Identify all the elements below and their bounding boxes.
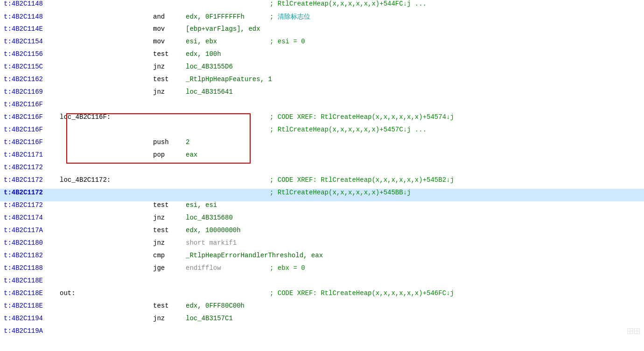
line-operand-l26: loc_4B3157C1 [186, 315, 270, 322]
line-addr-l27: t:4B2C119A [4, 327, 60, 335]
disasm-line-l26: t:4B2C1194jnzloc_4B3157C1 [0, 315, 644, 327]
lines-wrapper: t:4B2C1148; RtlCreateHeap(x,x,x,x,x,x)+5… [0, 0, 644, 340]
disasm-line-l14: t:4B2C1172 [0, 164, 644, 176]
disasm-line-l11: t:4B2C116F; RtlCreateHeap(x,x,x,x,x,x)+5… [0, 126, 644, 138]
disasm-view: t:4B2C1148; RtlCreateHeap(x,x,x,x,x,x)+5… [0, 0, 644, 351]
line-addr-l8: t:4B2C1169 [4, 88, 60, 96]
disasm-line-l24: t:4B2C118Eout:; CODE XREF: RtlCreateHeap… [0, 289, 644, 302]
line-comment-l4: ; esi = 0 [270, 38, 305, 45]
line-comment-l16: ; RtlCreateHeap(x,x,x,x,x,x)+545BB↓j [270, 189, 411, 196]
disasm-line-l13: t:4B2C1171popeax [0, 151, 644, 164]
line-mnemonic-l7: test [153, 76, 186, 83]
line-addr-l12: t:4B2C116F [4, 138, 60, 146]
line-addr-l5: t:4B2C1156 [4, 50, 60, 58]
disasm-line-l2: t:4B2C1148andedx, 0F1FFFFFFh; 清除标志位 [0, 13, 644, 25]
disasm-line-l25: t:4B2C118Etestedx, 0FFF80C00h [0, 302, 644, 315]
line-label-l15: loc_4B2C1172: [60, 176, 144, 184]
line-operand-l19: edx, 10000000h [186, 227, 270, 234]
line-mnemonic-l13: pop [153, 151, 186, 158]
line-addr-l22: t:4B2C1188 [4, 264, 60, 272]
line-operand-l12: 2 [186, 138, 270, 146]
disasm-line-l5: t:4B2C1156testedx, 100h [0, 50, 644, 63]
line-comment-l22: ; ebx = 0 [270, 264, 305, 272]
line-operand-l8: loc_4B315641 [186, 88, 270, 96]
line-label-l24: out: [60, 289, 144, 297]
line-mnemonic-l8: jnz [153, 88, 186, 96]
line-addr-l26: t:4B2C1194 [4, 315, 60, 322]
disasm-line-l9: t:4B2C116F [0, 101, 644, 113]
line-mnemonic-l20: jnz [153, 239, 186, 247]
line-addr-l23: t:4B2C118E [4, 277, 60, 284]
line-comment-l15: ; CODE XREF: RtlCreateHeap(x,x,x,x,x,x)+… [270, 176, 454, 184]
line-operand-l22: endifflow [186, 264, 270, 272]
line-mnemonic-l22: jge [153, 264, 186, 272]
line-addr-l24: t:4B2C118E [4, 289, 60, 297]
line-addr-l10: t:4B2C116F [4, 113, 60, 121]
watermark: ⊞⊞ [627, 324, 640, 338]
line-comment-l10: ; CODE XREF: RtlCreateHeap(x,x,x,x,x,x)+… [270, 113, 454, 121]
line-mnemonic-l4: mov [153, 38, 186, 45]
line-label-l10: loc_4B2C116F: [60, 113, 144, 121]
line-addr-l2: t:4B2C1148 [4, 13, 60, 21]
line-operand-l7: _RtlpHpHeapFeatures, 1 [186, 76, 272, 83]
disasm-line-l23: t:4B2C118E [0, 277, 644, 289]
line-mnemonic-l18: jnz [153, 214, 186, 221]
line-addr-l1: t:4B2C1148 [4, 0, 60, 7]
disasm-line-l4: t:4B2C1154movesi, ebx; esi = 0 [0, 38, 644, 50]
line-operand-l17: esi, esi [186, 201, 270, 209]
line-comment-l24: ; CODE XREF: RtlCreateHeap(x,x,x,x,x,x)+… [270, 289, 454, 297]
disasm-line-l22: t:4B2C1188jgeendifflow; ebx = 0 [0, 264, 644, 277]
disasm-line-l3: t:4B2C114Emov[ebp+varFlags], edx [0, 25, 644, 38]
line-addr-l16: t:4B2C1172 [4, 189, 60, 196]
line-addr-l4: t:4B2C1154 [4, 38, 60, 45]
line-addr-l18: t:4B2C1174 [4, 214, 60, 221]
disasm-line-l10: t:4B2C116Floc_4B2C116F:; CODE XREF: RtlC… [0, 113, 644, 126]
line-addr-l20: t:4B2C1180 [4, 239, 60, 247]
disasm-line-l12: t:4B2C116Fpush2 [0, 138, 644, 151]
disasm-line-l27: t:4B2C119A [0, 327, 644, 340]
line-mnemonic-l3: mov [153, 25, 186, 33]
disasm-line-l17: t:4B2C1172testesi, esi [0, 201, 644, 214]
line-mnemonic-l25: test [153, 302, 186, 310]
line-operand-l5: edx, 100h [186, 50, 270, 58]
main-container: t:4B2C1148; RtlCreateHeap(x,x,x,x,x,x)+5… [0, 0, 644, 340]
line-comment-l11: ; RtlCreateHeap(x,x,x,x,x,x)+5457C↓j ... [270, 126, 427, 133]
line-addr-l14: t:4B2C1172 [4, 164, 60, 171]
line-addr-l13: t:4B2C1171 [4, 151, 60, 158]
line-mnemonic-l2: and [153, 13, 186, 21]
disasm-line-l8: t:4B2C1169jnzloc_4B315641 [0, 88, 644, 101]
disasm-line-l21: t:4B2C1182cmp_RtlpHeapErrorHandlerThresh… [0, 252, 644, 264]
disasm-line-l7: t:4B2C1162test_RtlpHpHeapFeatures, 1 [0, 76, 644, 88]
line-operand-l2: edx, 0F1FFFFFFh [186, 13, 270, 21]
disasm-line-l19: t:4B2C117Atestedx, 10000000h [0, 227, 644, 239]
line-mnemonic-l12: push [153, 138, 186, 146]
line-operand-l13: eax [186, 151, 270, 158]
line-mnemonic-l6: jnz [153, 63, 186, 70]
line-mnemonic-l17: test [153, 201, 186, 209]
disasm-line-l1: t:4B2C1148; RtlCreateHeap(x,x,x,x,x,x)+5… [0, 0, 644, 13]
line-operand-l6: loc_4B3155D6 [186, 63, 270, 70]
line-addr-l19: t:4B2C117A [4, 227, 60, 234]
line-comment-l2: ; 清除标志位 [270, 13, 310, 21]
line-addr-l11: t:4B2C116F [4, 126, 60, 133]
line-addr-l9: t:4B2C116F [4, 101, 60, 108]
line-addr-l17: t:4B2C1172 [4, 201, 60, 209]
line-operand-l3: [ebp+varFlags], edx [186, 25, 270, 33]
disasm-line-l6: t:4B2C115Cjnzloc_4B3155D6 [0, 63, 644, 76]
line-addr-l7: t:4B2C1162 [4, 76, 60, 83]
line-operand-l20: short markif1 [186, 239, 270, 247]
line-operand-l25: edx, 0FFF80C00h [186, 302, 270, 310]
disasm-line-l15: t:4B2C1172loc_4B2C1172:; CODE XREF: RtlC… [0, 176, 644, 189]
line-mnemonic-l19: test [153, 227, 186, 234]
line-mnemonic-l5: test [153, 50, 186, 58]
line-mnemonic-l21: cmp [153, 252, 186, 259]
line-addr-l21: t:4B2C1182 [4, 252, 60, 259]
line-operand-l18: loc_4B315680 [186, 214, 270, 221]
line-addr-l15: t:4B2C1172 [4, 176, 60, 184]
line-addr-l25: t:4B2C118E [4, 302, 60, 310]
disasm-line-l16: t:4B2C1172; RtlCreateHeap(x,x,x,x,x,x)+5… [0, 189, 644, 201]
disasm-line-l18: t:4B2C1174jnzloc_4B315680 [0, 214, 644, 227]
line-operand-l4: esi, ebx [186, 38, 270, 45]
line-addr-l6: t:4B2C115C [4, 63, 60, 70]
line-mnemonic-l26: jnz [153, 315, 186, 322]
